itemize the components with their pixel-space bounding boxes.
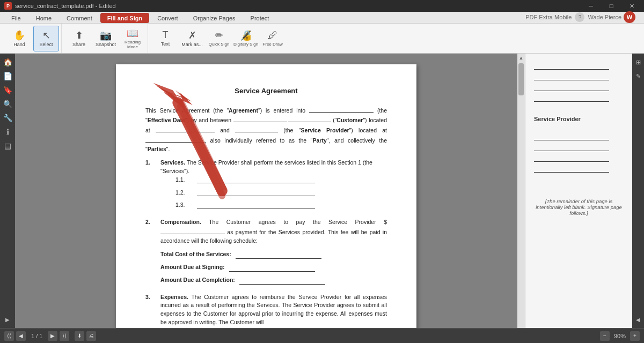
section-2: 2. Compensation. The Customer agrees to … [145,218,387,289]
free-draw-icon: 🖊 [268,30,277,41]
user-name: Wade Pierce [588,14,621,20]
right-sidebar-icon-1[interactable]: ⊞ [632,56,644,69]
digitally-sign-label: Digitally Sign [233,42,258,47]
effective-date-field[interactable] [309,105,374,113]
panel-line-6 [534,144,609,151]
sidebar-icon-layers[interactable]: ▤ [1,139,14,152]
minimize-button[interactable]: ─ [583,0,599,12]
close-button[interactable]: ✕ [624,0,640,12]
section-2-num: 2. [145,218,160,289]
customer-name-field[interactable] [233,115,287,122]
sidebar-icon-info[interactable]: ℹ [1,125,14,138]
left-sidebar: 🏠 📄 🔖 🔍 🔧 ℹ ▤ ▶ [0,54,15,328]
sub-1-3-field[interactable] [197,201,315,208]
sidebar-icon-search[interactable]: 🔍 [1,98,14,110]
right-sidebar: ⊞ ✎ ◀ [632,54,644,328]
zoom-out-button[interactable]: − [600,331,610,341]
quick-sign-button[interactable]: ✏ Quick Sign [206,26,232,51]
total-cost-row: Total Cost of the Services: [160,250,387,259]
sidebar-icon-pages[interactable]: 📄 [1,70,14,83]
tab-protect[interactable]: Protect [244,13,276,23]
total-cost-label: Total Cost of the Services: [160,250,231,259]
tab-home[interactable]: Home [29,13,58,23]
ribbon-tabs: File Home Comment Fill and Sign Convert … [0,12,644,24]
reading-mode-button[interactable]: 📖 Reading Mode [120,26,145,51]
first-page-button[interactable]: ⟨⟨ [4,331,14,341]
text-button[interactable]: T Text [152,26,178,51]
right-sidebar-collapse-button[interactable]: ◀ [632,313,644,326]
scroll-thumb[interactable] [518,63,524,95]
tab-comment[interactable]: Comment [60,13,99,23]
last-page-button[interactable]: ⟩⟩ [60,331,69,341]
provider-location-field[interactable] [145,135,204,143]
total-cost-field[interactable] [236,251,321,259]
toolbar-section-sign: T Text ✗ Mark as... ✏ Quick Sign 🔏 Digit… [150,24,288,53]
panel-line-3 [534,84,609,91]
zoom-level: 90% [614,333,626,339]
sidebar-icon-home[interactable]: 🏠 [1,56,14,69]
toolbar-section-share: ⬆ Share 📷 Snapshot 📖 Reading Mode [64,24,148,53]
sub-1-1-field[interactable] [197,176,315,183]
sub-1-3: 1.3. [175,201,387,210]
quick-sign-label: Quick Sign [209,42,230,47]
next-page-button[interactable]: ▶ [48,331,57,341]
zoom-in-button[interactable]: + [630,331,640,341]
amount-completion-field[interactable] [239,277,325,285]
customer-location-field[interactable] [156,125,215,132]
content-area: Service Agreement This Service Agreement… [15,54,644,328]
free-draw-button[interactable]: 🖊 Free Draw [260,26,286,51]
text-label: Text [161,42,170,47]
right-sidebar-icon-2[interactable]: ✎ [632,70,644,83]
mark-button[interactable]: ✗ Mark as... [179,26,205,51]
intro-paragraph: This Service Agreement (the "Agreement")… [145,105,387,154]
select-tool-button[interactable]: ↖ Select [33,26,59,51]
pdf-viewer[interactable]: Service Agreement This Service Agreement… [15,54,517,328]
expenses-text: Expenses. The Customer agrees to reimbur… [160,293,387,327]
share-icon: ⬆ [75,29,83,41]
help-button[interactable]: ? [575,12,584,22]
vertical-scrollbar[interactable]: ▲ [517,54,525,328]
select-icon: ↖ [42,29,50,41]
section-3: 3. Expenses. The Customer agrees to reim… [145,293,387,329]
text-icon: T [163,29,169,41]
sub-1-1: 1.1. [175,176,387,184]
panel-service-provider-title: Service Provider [534,116,624,122]
tab-file[interactable]: File [4,13,28,23]
pdf-page: Service Agreement This Service Agreement… [116,64,416,328]
digitally-sign-button[interactable]: 🔏 Digitally Sign [233,26,259,51]
prev-page-button[interactable]: ◀ [16,331,26,341]
tab-fill-sign[interactable]: Fill and Sign [100,13,149,23]
sidebar-icon-bookmarks[interactable]: 🔖 [1,84,14,96]
sub-1-1-num: 1.1. [175,176,197,184]
title-bar-left: P service_contract_template.pdf - Edited [4,2,116,10]
snapshot-button[interactable]: 📷 Snapshot [93,26,119,51]
sub-1-2: 1.2. [175,189,387,197]
panel-line-5 [534,133,609,140]
share-button[interactable]: ⬆ Share [66,26,92,51]
section-2-content: Compensation. The Customer agrees to pay… [160,218,387,289]
section-1-content: Services. The Service Provider shall per… [160,159,387,214]
scroll-up-button[interactable]: ▲ [517,54,525,62]
status-bar: ⟨⟨ ◀ 1 / 1 ▶ ⟩⟩ ⬇ 🖨 − 90% + [0,328,644,343]
print-button[interactable]: 🖨 [86,331,96,341]
reading-label: Reading Mode [120,40,145,50]
title-bar: P service_contract_template.pdf - Edited… [0,0,644,12]
free-draw-label: Free Draw [262,42,282,47]
sidebar-icon-tools[interactable]: 🔧 [1,111,14,124]
maximize-button[interactable]: □ [603,0,619,12]
customer-name-field2[interactable] [288,115,331,122]
panel-line-7 [534,154,609,162]
provider-name-field[interactable] [235,125,278,132]
hand-icon: ✋ [13,29,25,41]
sidebar-collapse-button[interactable]: ▶ [1,313,14,326]
compensation-text: Compensation. The Customer agrees to pay… [160,218,387,245]
section-3-num: 3. [145,293,160,329]
download-button[interactable]: ⬇ [75,331,84,341]
sub-1-2-field[interactable] [197,189,315,196]
tab-organize[interactable]: Organize Pages [186,13,243,23]
tab-convert[interactable]: Convert [150,13,185,23]
hand-tool-button[interactable]: ✋ Hand [6,26,32,51]
amount-signing-field[interactable] [229,264,315,272]
sub-1-3-num: 1.3. [175,201,197,210]
compensation-amount-field[interactable] [160,227,225,234]
